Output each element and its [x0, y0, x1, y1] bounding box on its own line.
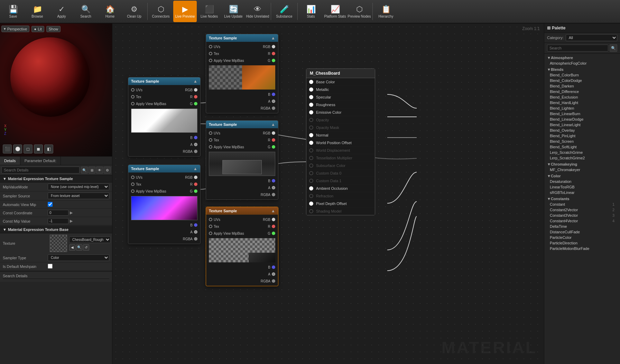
apply-button[interactable]: ✓ Apply: [50, 1, 73, 22]
palette-item-particlemotionblur[interactable]: ParticleMotionBlurFade: [544, 246, 620, 251]
pin-shading-dot[interactable]: [309, 209, 313, 213]
palette-item-linearburn[interactable]: Blend_LinearBurn: [544, 111, 620, 116]
node-2-collapse[interactable]: ▲: [271, 36, 275, 40]
substance-button[interactable]: 🧪 Substance: [272, 1, 296, 22]
palette-item-softlight[interactable]: Blend_SoftLight: [544, 144, 620, 150]
palette-item-lerp2[interactable]: Lerp_ScratchGrime2: [544, 155, 620, 161]
pin-subsurface-dot[interactable]: [309, 164, 313, 168]
pin-ao-dot[interactable]: [309, 186, 313, 190]
palette-item-constant3[interactable]: Constant3Vector3: [544, 213, 620, 218]
palette-item-lineartosrgb[interactable]: LinearTosRGB: [544, 184, 620, 190]
node-graph[interactable]: Zoom 1:1 MATERIAL Texture Sample ▲: [112, 24, 544, 364]
home-button[interactable]: 🏠 Home: [98, 1, 122, 22]
eye-icon[interactable]: 👁: [96, 167, 103, 174]
texture-node-3[interactable]: Texture Sample ▲ UVs RGB Tex R Apply Vie…: [206, 120, 278, 200]
texture-node-3-header[interactable]: Texture Sample ▲: [206, 121, 278, 128]
texture-node-5[interactable]: Texture Sample ▲ UVs RGB Tex R Apply Vie…: [206, 207, 278, 286]
palette-item-chromakeyer[interactable]: MF_Chromakeyer: [544, 167, 620, 172]
automip-checkbox[interactable]: [48, 202, 53, 207]
palette-item-colorburn[interactable]: Blend_ColorBurn: [544, 72, 620, 78]
viewport-control-4[interactable]: ◼: [34, 144, 43, 153]
hierarchy-button[interactable]: 📋 Hierarchy: [374, 1, 398, 22]
palette-item-lineardodge[interactable]: Blend_LinearDodge: [544, 116, 620, 122]
mip-select[interactable]: None (use computed mip level): [48, 184, 109, 190]
viewport-control-1[interactable]: ⬛: [3, 144, 12, 153]
viewport-control-5[interactable]: ◧: [44, 144, 53, 153]
pin-opacity-dot[interactable]: [309, 118, 313, 122]
pin-rgb-dot[interactable]: [272, 45, 275, 48]
stats-button[interactable]: 📊 Stats: [299, 1, 323, 22]
pin-rgba-dot[interactable]: [272, 106, 275, 110]
texture-node-1-header[interactable]: Texture Sample ▲: [128, 77, 200, 85]
livepreview-button[interactable]: ▶ Live Preview: [173, 1, 197, 22]
pin-custom1-dot[interactable]: [309, 179, 313, 183]
connectors-button[interactable]: ⬡ Connectors: [149, 1, 173, 22]
viewport[interactable]: ▾ Perspective ● Lit Show X Y Z ⬛ ⚪ ◻: [0, 24, 112, 157]
section1-header[interactable]: ▼ Material Expression Texture Sample: [0, 175, 112, 183]
texture-node-2[interactable]: Texture Sample ▲ UVs RGB Tex R Apply Vie…: [206, 34, 278, 113]
palette-item-srgbtolinear[interactable]: sRGBToLinear: [544, 190, 620, 195]
palette-item-colordodge[interactable]: Blend_ColorDodge: [544, 78, 620, 83]
viewport-control-2[interactable]: ⚪: [13, 144, 22, 153]
pin-pixel-depth-dot[interactable]: [309, 202, 313, 206]
coord-input[interactable]: [48, 210, 68, 216]
pin-tess-dot[interactable]: [309, 156, 313, 160]
mipval-input[interactable]: [48, 218, 68, 224]
palette-item-pinlight[interactable]: Blend_PinLight: [544, 133, 620, 139]
pin-custom0-dot[interactable]: [309, 171, 313, 175]
pin-world-disp-dot[interactable]: [309, 148, 313, 152]
n1-pin-g-dot[interactable]: [194, 102, 197, 105]
palette-item-darken[interactable]: Blend_Darken: [544, 83, 620, 89]
pin-g-dot[interactable]: [272, 59, 275, 62]
palette-item-overlay[interactable]: Blend_Overlay: [544, 128, 620, 133]
sampler-select[interactable]: From texture asset: [48, 193, 109, 199]
viewport-mode-dropdown[interactable]: ▾ Perspective: [1, 26, 29, 32]
material-node-header[interactable]: M_ChessBoard: [306, 69, 375, 78]
hideunrelated-button[interactable]: 👁 Hide Unrelated: [246, 1, 269, 22]
search-icon[interactable]: 🔍: [81, 167, 88, 174]
pin-a-dot[interactable]: [272, 100, 275, 103]
texture-node-5-header[interactable]: Texture Sample ▲: [206, 207, 278, 215]
n1-pin-uvs-dot[interactable]: [131, 88, 135, 92]
pin-emissive-dot[interactable]: [309, 110, 313, 114]
palette-item-deltatime[interactable]: DeltaTime: [544, 224, 620, 229]
node-1-collapse[interactable]: ▲: [193, 79, 197, 84]
palette-item-particledirection[interactable]: ParticleDirection: [544, 240, 620, 246]
n1-pin-r-dot[interactable]: [194, 95, 197, 99]
n1-pin-rgba-dot[interactable]: [194, 150, 197, 153]
pin-b-dot[interactable]: [272, 93, 275, 96]
texture-node-4[interactable]: Texture Sample ▲ UVs RGB Tex R Apply Vie…: [128, 165, 201, 244]
grid-icon[interactable]: ⊞: [89, 167, 95, 174]
palette-item-particlecolor[interactable]: ParticleColor: [544, 235, 620, 240]
pin-refraction-dot[interactable]: [309, 194, 313, 198]
tab-details[interactable]: Details: [0, 157, 20, 165]
pin-metallic-dot[interactable]: [309, 87, 313, 92]
pin-tex-dot[interactable]: [209, 52, 212, 55]
pin-world-pos-dot[interactable]: [309, 141, 313, 145]
palette-search-input[interactable]: [547, 45, 608, 52]
texture-select[interactable]: ChessBoard_Rough: [69, 236, 111, 243]
texture-back-btn[interactable]: ◀: [69, 244, 75, 251]
palette-item-lighten[interactable]: Blend_Lighten: [544, 105, 620, 111]
palette-item-constant2[interactable]: Constant2Vector2: [544, 207, 620, 213]
search-button[interactable]: 🔍 Search: [74, 1, 98, 22]
palette-item-screen[interactable]: Blend_Screen: [544, 139, 620, 144]
n1-pin-b-dot[interactable]: [194, 136, 197, 139]
pin-specular-dot[interactable]: [309, 95, 313, 99]
pin-base-color-dot[interactable]: [309, 80, 313, 84]
browse-button[interactable]: 📁 Browse: [26, 1, 49, 22]
material-node[interactable]: M_ChessBoard Base Color Metallic Specula…: [306, 68, 375, 215]
palette-item-lerp1[interactable]: Lerp_ScratchGrime: [544, 150, 620, 155]
texture-node-2-header[interactable]: Texture Sample ▲: [206, 34, 278, 42]
n1-pin-rgb-dot[interactable]: [194, 88, 197, 92]
pin-normal-dot[interactable]: [309, 133, 313, 137]
liveupdate-button[interactable]: 🔄 Live Update: [222, 1, 245, 22]
palette-item-exclusion[interactable]: Blend_Exclusion: [544, 94, 620, 100]
pin-opacity-mask-dot[interactable]: [309, 125, 313, 130]
texture-node-1[interactable]: Texture Sample ▲ UVs RGB Tex R Apply Vie…: [128, 77, 201, 157]
meshpain-checkbox[interactable]: [48, 264, 53, 269]
settings-icon[interactable]: ⚙: [104, 167, 111, 174]
palette-item-constant4[interactable]: Constant4Vector4: [544, 218, 620, 224]
palette-category-select[interactable]: All: [566, 34, 617, 41]
palette-item-desaturation[interactable]: Desaturation: [544, 179, 620, 184]
